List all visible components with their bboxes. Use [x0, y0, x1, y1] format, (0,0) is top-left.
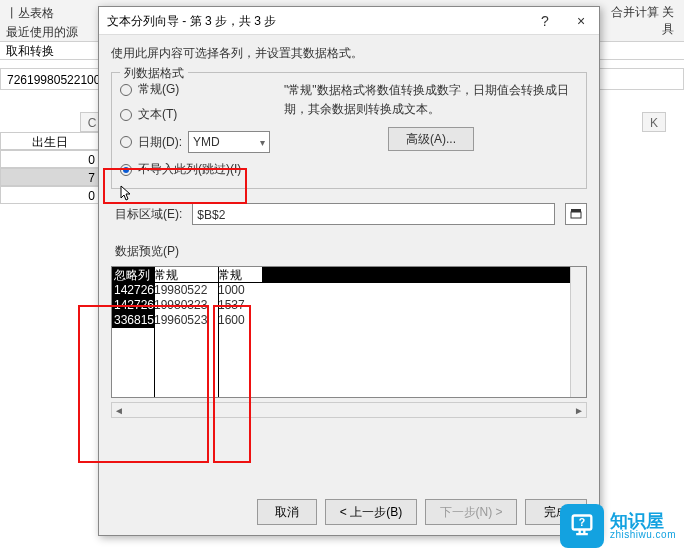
preview-hscroll[interactable]: ◄► [111, 402, 587, 418]
watermark: ? 知识屋 zhishiwu.com [560, 504, 676, 548]
date-format-select[interactable]: YMD ▾ [188, 131, 270, 153]
preview-col-header[interactable]: 忽略列 [112, 267, 154, 283]
dialog-description: 使用此屏内容可选择各列，并设置其数据格式。 [111, 45, 587, 62]
radio-icon [120, 136, 132, 148]
ribbon-text-right: 合并计算 关 具 [611, 4, 674, 38]
preview-label: 数据预览(P) [115, 243, 587, 260]
back-button[interactable]: < 上一步(B) [325, 499, 417, 525]
chevron-down-icon: ▾ [260, 137, 265, 148]
range-picker-button[interactable] [565, 203, 587, 225]
radio-date[interactable]: 日期(D): [120, 134, 182, 151]
data-preview[interactable]: 忽略列 常规 常规 142726199805221000 14272619980… [111, 266, 587, 398]
advanced-button[interactable]: 高级(A)... [388, 127, 474, 151]
radio-general[interactable]: 常规(G) [120, 81, 270, 98]
watermark-badge-icon: ? [560, 504, 604, 548]
format-help-text: "常规"数据格式将数值转换成数字，日期值会转换成日期，其余数据则转换成文本。 [284, 81, 578, 119]
dialog-title: 文本分列向导 - 第 3 步，共 3 步 [107, 14, 276, 28]
cell[interactable]: 0 [0, 186, 100, 204]
preview-col-header[interactable]: 常规 [154, 267, 218, 283]
cell[interactable]: 0 [0, 150, 100, 168]
ribbon-group-label: 取和转换 [6, 44, 54, 58]
target-label: 目标区域(E): [115, 206, 182, 223]
radio-text[interactable]: 文本(T) [120, 106, 270, 123]
target-input[interactable]: $B$2 [192, 203, 555, 225]
help-button[interactable]: ? [527, 7, 563, 35]
radio-icon [120, 164, 132, 176]
watermark-name: 知识屋 [610, 512, 676, 530]
next-button: 下一步(N) > [425, 499, 517, 525]
cell[interactable]: 7 [0, 168, 100, 186]
close-button[interactable]: × [563, 7, 599, 35]
cancel-button[interactable]: 取消 [257, 499, 317, 525]
cell-header[interactable]: 出生日 [0, 132, 100, 150]
formula-bar-value: 72619980522100 [7, 73, 100, 87]
preview-vscroll[interactable] [570, 267, 586, 397]
svg-rect-0 [571, 212, 581, 218]
radio-skip[interactable]: 不导入此列(跳过)(I) [120, 161, 270, 178]
collapse-icon [570, 208, 582, 220]
text-wizard-dialog: 文本分列向导 - 第 3 步，共 3 步 ? × 使用此屏内容可选择各列，并设置… [98, 6, 600, 536]
radio-icon [120, 109, 132, 121]
dialog-titlebar[interactable]: 文本分列向导 - 第 3 步，共 3 步 ? × [99, 7, 599, 35]
column-format-group: 列数据格式 常规(G) 文本(T) 日期(D): [111, 72, 587, 189]
column-header-K[interactable]: K [642, 112, 666, 132]
preview-col-header[interactable]: 常规 [218, 267, 262, 283]
radio-icon [120, 84, 132, 96]
watermark-url: zhishiwu.com [610, 530, 676, 540]
group-legend: 列数据格式 [120, 65, 188, 82]
svg-text:?: ? [579, 516, 585, 528]
svg-rect-1 [571, 209, 581, 212]
